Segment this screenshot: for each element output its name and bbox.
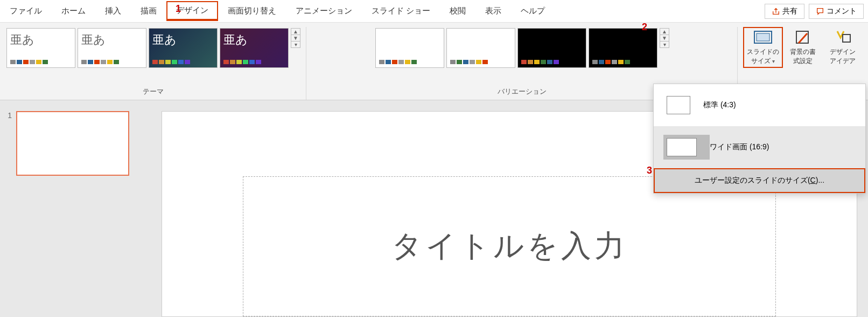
slide-thumbnail-panel: 1 [0,100,151,317]
gallery-down-icon[interactable]: ▼ [660,35,669,42]
tab-help[interactable]: ヘルプ [511,2,555,20]
theme-palette [10,60,72,64]
slide-size-wide[interactable]: ワイド画面 (16:9) [654,126,865,168]
variation-gallery-scroll: ▲ ▼ ▾ [660,28,669,48]
theme-palette [152,60,214,64]
gallery-down-icon[interactable]: ▼ [291,35,300,42]
share-icon [772,7,780,16]
tab-insert[interactable]: 挿入 [95,2,131,20]
slide-size-label-1: スライドの [747,48,779,56]
design-ideas-button[interactable]: デザイン アイデア [823,27,863,68]
gallery-up-icon[interactable]: ▲ [660,29,669,35]
theme-palette [223,60,285,64]
design-ideas-label-2: アイデア [830,57,856,66]
tab-animations[interactable]: アニメーション [286,2,362,20]
tab-review[interactable]: 校閲 [440,2,475,20]
annotation-marker-3: 3 [647,165,652,176]
bg-format-label-1: 背景の書 [790,47,816,57]
aspect-16-9-icon [667,138,697,156]
gallery-more-icon[interactable]: ▾ [660,42,669,47]
tab-view[interactable]: 表示 [475,2,511,20]
theme-gallery-scroll: ▲ ▼ ▾ [291,28,300,48]
theme-palette [81,60,143,64]
slide-size-custom[interactable]: ユーザー設定のスライドのサイズ(C)... [654,168,865,193]
group-themes: 亜あ 亜あ 亜あ 亜あ ▲ ▼ ▾ テーマ [0,27,306,100]
svg-rect-1 [757,33,769,41]
title-placeholder-box[interactable]: タイトルを入力 [243,176,776,316]
custom-label-key: C [810,176,816,184]
group-label-variations: バリエーション [498,85,547,100]
design-ideas-label-1: デザイン [830,47,856,57]
share-label: 共有 [782,6,797,16]
variation-thumb-3[interactable] [517,28,586,68]
background-format-button[interactable]: 背景の書 式設定 [783,27,823,68]
share-button[interactable]: 共有 [765,4,804,19]
slide-size-button[interactable]: スライドの サイズ ▾ [743,27,783,68]
custom-label-pre: ユーザー設定のスライドのサイズ( [695,176,810,184]
ribbon-tabs: ファイル ホーム 挿入 描画 デザイン 画面切り替え アニメーション スライド … [0,0,868,23]
tab-slideshow[interactable]: スライド ショー [362,2,440,20]
svg-rect-3 [843,35,850,42]
annotation-marker-1: 1 [176,3,181,15]
slide-size-standard[interactable]: 標準 (4:3) [654,84,865,126]
theme-thumb-3[interactable]: 亜あ [149,28,218,68]
slide-size-wide-label: ワイド画面 (16:9) [710,142,769,152]
bg-format-label-2: 式設定 [793,57,813,66]
slide-size-dropdown: 標準 (4:3) ワイド画面 (16:9) ユーザー設定のスライドのサイズ(C)… [653,84,866,194]
design-ideas-icon [833,29,852,45]
tab-design[interactable]: デザイン [166,1,218,21]
theme-sample-text: 亜あ [223,32,285,48]
comment-button[interactable]: コメント [809,4,864,19]
tab-file[interactable]: ファイル [0,2,52,20]
theme-sample-text: 亜あ [152,32,214,48]
slide-size-standard-label: 標準 (4:3) [703,100,736,110]
annotation-marker-2: 2 [642,22,647,33]
group-label-themes: テーマ [143,85,164,100]
tab-transitions[interactable]: 画面切り替え [218,2,286,20]
variation-thumb-2[interactable] [446,28,515,68]
slide-size-icon [753,29,773,45]
slide-size-label-2: サイズ [751,57,771,65]
aspect-4-3-icon [667,96,690,114]
variation-thumb-1[interactable] [375,28,444,68]
tab-draw[interactable]: 描画 [131,2,166,20]
gallery-up-icon[interactable]: ▲ [291,29,300,35]
background-format-icon [793,29,813,45]
comment-icon [816,7,824,16]
slide-thumbnail-1[interactable] [16,111,129,176]
theme-thumb-1[interactable]: 亜あ [6,28,75,68]
title-placeholder-text: タイトルを入力 [391,226,628,267]
gallery-more-icon[interactable]: ▾ [291,42,300,47]
slide-number: 1 [5,111,16,120]
comment-label: コメント [827,6,857,16]
tab-home[interactable]: ホーム [52,2,95,20]
theme-thumb-2[interactable]: 亜あ [78,28,146,68]
theme-sample-text: 亜あ [10,32,72,48]
custom-label-post: )... [816,176,824,184]
theme-sample-text: 亜あ [81,32,143,48]
variation-thumb-4[interactable] [589,28,657,68]
theme-thumb-4[interactable]: 亜あ [220,28,289,68]
chevron-down-icon: ▾ [772,58,775,64]
